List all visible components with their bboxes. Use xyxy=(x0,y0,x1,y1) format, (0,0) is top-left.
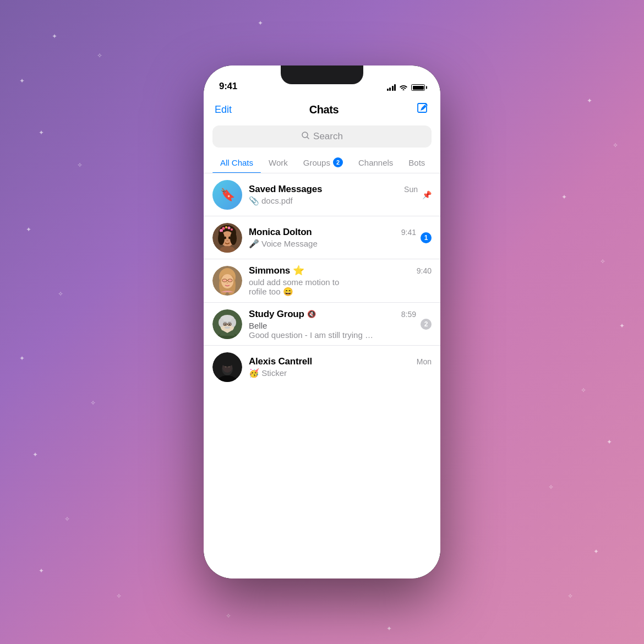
svg-point-10 xyxy=(218,232,225,245)
svg-point-6 xyxy=(225,226,227,228)
search-bar[interactable]: Search xyxy=(212,125,432,148)
chat-name: Simmons ⭐ xyxy=(249,265,304,276)
chat-name: Monica Dolton xyxy=(249,227,312,238)
svg-point-28 xyxy=(219,318,224,327)
chat-preview: 🎤 Voice Message xyxy=(249,239,416,249)
chat-name: Alexis Cantrell xyxy=(249,356,312,367)
list-item[interactable]: Simmons ⭐ 9:40 ould add some motion to r… xyxy=(204,259,440,303)
svg-point-33 xyxy=(225,323,226,325)
chat-name-row: Alexis Cantrell Mon xyxy=(249,356,432,367)
list-item[interactable]: Monica Dolton 9:41 🎤 Voice Message 1 xyxy=(204,216,440,259)
list-item[interactable]: 🔖 Saved Messages Sun 📎 docs.pdf � xyxy=(204,173,440,216)
chat-time: 8:59 xyxy=(401,310,416,319)
avatar xyxy=(212,266,242,296)
chat-name-row: Monica Dolton 9:41 xyxy=(249,227,416,238)
chat-preview: 🥳 Sticker xyxy=(249,368,432,378)
filter-tabs: All Chats Work Groups 2 Channels Bots xyxy=(204,153,440,173)
tab-bots[interactable]: Bots xyxy=(401,154,433,173)
chat-preview: 📎 docs.pdf xyxy=(249,196,418,206)
compose-button[interactable] xyxy=(416,102,429,118)
chat-time: 9:41 xyxy=(401,228,416,237)
mic-icon: 🎤 xyxy=(249,239,259,249)
chat-info: Study Group 🔇 8:59 Belle Good question -… xyxy=(249,309,416,340)
edit-button[interactable]: Edit xyxy=(215,104,232,116)
tab-all-chats[interactable]: All Chats xyxy=(212,154,261,173)
mute-icon: 🔇 xyxy=(307,310,316,318)
phone-screen: 9:41 xyxy=(204,66,440,578)
svg-point-34 xyxy=(229,323,231,325)
svg-point-30 xyxy=(225,326,230,329)
chat-time: 9:40 xyxy=(417,266,432,275)
wifi-icon xyxy=(399,83,408,92)
tab-channels[interactable]: Channels xyxy=(351,154,401,173)
signal-icon xyxy=(387,84,396,91)
chat-preview: Belle Good question - I am still trying … xyxy=(249,321,416,340)
avatar xyxy=(212,223,242,253)
chat-info: Simmons ⭐ 9:40 ould add some motion to r… xyxy=(249,265,432,297)
chat-info: Saved Messages Sun 📎 docs.pdf xyxy=(249,184,418,206)
svg-point-7 xyxy=(228,226,231,229)
battery-icon xyxy=(411,84,425,91)
svg-point-5 xyxy=(222,227,225,230)
search-placeholder: Search xyxy=(313,131,343,142)
tab-work[interactable]: Work xyxy=(261,154,296,173)
page-title: Chats xyxy=(309,103,339,116)
svg-point-23 xyxy=(227,282,228,283)
phone-notch xyxy=(281,66,363,84)
chat-info: Monica Dolton 9:41 🎤 Voice Message xyxy=(249,227,416,249)
unread-badge: 1 xyxy=(421,232,432,243)
groups-badge: 2 xyxy=(333,157,343,167)
svg-point-41 xyxy=(222,359,233,367)
svg-point-29 xyxy=(231,318,236,327)
svg-point-12 xyxy=(224,236,226,239)
bookmark-icon: 🔖 xyxy=(220,188,235,202)
svg-point-8 xyxy=(231,228,233,231)
chat-name: Study Group 🔇 xyxy=(249,309,316,320)
svg-point-14 xyxy=(227,240,228,241)
unread-badge-muted: 2 xyxy=(421,319,432,330)
avatar xyxy=(212,309,242,339)
list-item[interactable]: Study Group 🔇 8:59 Belle Good question -… xyxy=(204,303,440,346)
tab-groups[interactable]: Groups 2 xyxy=(296,153,351,173)
avatar: 🔖 xyxy=(212,180,242,210)
avatar xyxy=(212,352,242,382)
search-icon xyxy=(301,131,310,142)
navigation-header: Edit Chats xyxy=(204,95,440,122)
status-time: 9:41 xyxy=(219,81,237,92)
svg-rect-22 xyxy=(228,279,232,282)
list-item[interactable]: Alexis Cantrell Mon 🥳 Sticker xyxy=(204,346,440,389)
svg-point-13 xyxy=(228,236,231,239)
chat-name-row: Simmons ⭐ 9:40 xyxy=(249,265,432,276)
chat-name-row: Saved Messages Sun xyxy=(249,184,418,195)
chat-name-row: Study Group 🔇 8:59 xyxy=(249,309,416,320)
chat-preview: ould add some motion to rofile too 😄 xyxy=(249,277,432,297)
chat-name: Saved Messages xyxy=(249,184,322,195)
pin-icon: 📌 xyxy=(422,190,432,199)
status-icons xyxy=(387,83,425,92)
chat-time: Mon xyxy=(417,357,432,366)
phone-frame: 9:41 xyxy=(204,66,440,578)
paperclip-icon: 📎 xyxy=(249,196,259,206)
chat-time: Sun xyxy=(404,185,418,194)
svg-rect-21 xyxy=(222,279,227,282)
app-content: Edit Chats Search xyxy=(204,95,440,578)
chat-list: 🔖 Saved Messages Sun 📎 docs.pdf � xyxy=(204,173,440,569)
svg-point-11 xyxy=(230,232,237,245)
chat-info: Alexis Cantrell Mon 🥳 Sticker xyxy=(249,356,432,378)
